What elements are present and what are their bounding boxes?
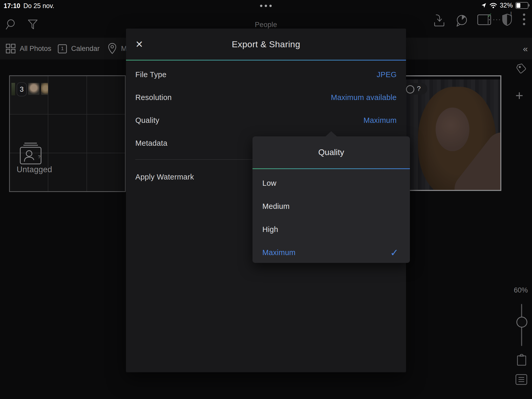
lightroom-people-screen: 17:10 Do 25 nov. 32% People bbox=[0, 0, 532, 399]
untagged-label: Untagged bbox=[17, 165, 52, 174]
face-thumbnail bbox=[41, 83, 48, 95]
zoom-slider-knob[interactable] bbox=[516, 317, 527, 328]
option-maximum[interactable]: Maximum ✓ bbox=[252, 241, 410, 264]
popover-title: Quality bbox=[252, 136, 410, 168]
row-resolution[interactable]: Resolution Maximum available bbox=[126, 86, 406, 109]
calendar-day-number: 1 bbox=[58, 46, 67, 51]
tab-calendar[interactable]: 1 Calendar bbox=[58, 38, 100, 59]
clipboard-icon[interactable] bbox=[516, 354, 527, 366]
status-date: Do 25 nov. bbox=[23, 2, 54, 10]
sync-check-icon: ✓ bbox=[487, 12, 492, 19]
face-circle-icon bbox=[406, 85, 414, 94]
wifi-icon bbox=[489, 2, 497, 9]
multitask-dots-icon[interactable] bbox=[260, 5, 272, 7]
untagged-group-tile[interactable]: 3 ? Untagged bbox=[9, 75, 126, 192]
resolution-value[interactable]: Maximum available bbox=[331, 93, 397, 102]
count-badge: 3 bbox=[17, 82, 27, 96]
quality-popover: Quality Low Medium High Maximum ✓ bbox=[252, 136, 410, 263]
tab-map[interactable]: M bbox=[108, 38, 127, 59]
question-glyph: ? bbox=[417, 85, 421, 93]
option-medium[interactable]: Medium bbox=[252, 195, 410, 218]
location-arrow-icon bbox=[481, 2, 487, 9]
sync-status-icon[interactable]: ✓ ! bbox=[477, 13, 513, 28]
person-photo[interactable]: ? bbox=[401, 75, 501, 191]
face-question-badge[interactable]: ? bbox=[403, 83, 427, 95]
battery-icon bbox=[515, 2, 528, 9]
keyword-tag-icon[interactable] bbox=[516, 63, 527, 74]
battery-percent: 32% bbox=[500, 2, 513, 9]
check-icon: ✓ bbox=[390, 247, 398, 258]
header-gradient-divider bbox=[126, 60, 406, 61]
file-type-value[interactable]: JPEG bbox=[377, 70, 397, 79]
status-right-cluster: 32% bbox=[481, 2, 528, 9]
untagged-question-glyph: ? bbox=[38, 155, 40, 160]
list-view-icon[interactable] bbox=[515, 374, 527, 385]
option-high[interactable]: High bbox=[252, 218, 410, 241]
tab-all-photos-label: All Photos bbox=[20, 45, 51, 53]
quality-value[interactable]: Maximum bbox=[363, 116, 397, 125]
tab-calendar-label: Calendar bbox=[71, 45, 100, 53]
import-icon[interactable] bbox=[433, 14, 446, 28]
popover-caret bbox=[325, 131, 337, 136]
collapse-panel-icon[interactable]: « bbox=[523, 38, 527, 59]
row-quality[interactable]: Quality Maximum bbox=[126, 109, 406, 132]
zoom-level-label: 60% bbox=[514, 286, 528, 294]
modal-header: ✕ Export & Sharing bbox=[126, 29, 406, 60]
add-icon[interactable]: + bbox=[515, 89, 523, 102]
notifications-bubble-icon[interactable] bbox=[455, 14, 468, 28]
status-time: 17:10 bbox=[4, 2, 20, 10]
tab-all-photos[interactable]: All Photos bbox=[6, 38, 51, 59]
overflow-menu-icon[interactable] bbox=[521, 12, 527, 28]
modal-title: Export & Sharing bbox=[126, 29, 406, 60]
untagged-person-icon: ? bbox=[18, 143, 43, 164]
option-low[interactable]: Low bbox=[252, 172, 410, 195]
row-file-type[interactable]: File Type JPEG bbox=[126, 63, 406, 86]
sync-alert-icon: ! bbox=[510, 10, 512, 18]
mini-collage-preview: 3 bbox=[10, 76, 48, 114]
sync-dotted-line bbox=[493, 19, 500, 20]
face-thumbnail bbox=[28, 83, 39, 95]
